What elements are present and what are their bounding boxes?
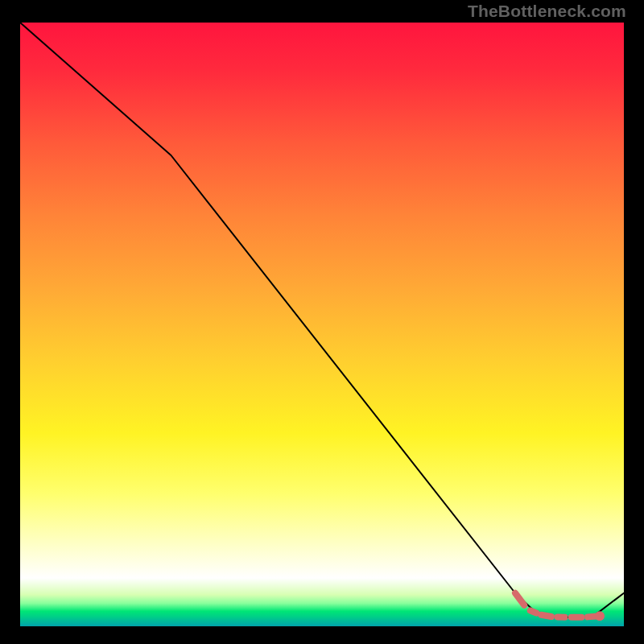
plot-overlay xyxy=(20,23,624,626)
attribution-label: TheBottleneck.com xyxy=(468,2,626,21)
optimal-zone-dash xyxy=(530,611,537,613)
bottleneck-curve xyxy=(20,23,624,617)
optimal-zone-endpoint xyxy=(595,611,605,621)
chart-frame: TheBottleneck.com xyxy=(0,0,644,644)
optimal-zone-markers xyxy=(515,593,605,621)
optimal-zone-dash xyxy=(515,593,524,605)
optimal-zone-dash xyxy=(541,615,551,617)
